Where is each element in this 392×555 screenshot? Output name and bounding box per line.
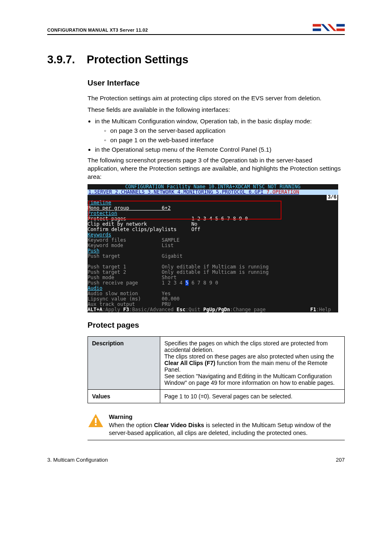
subheading-protect: Protect pages bbox=[88, 321, 345, 330]
term-section: Audio bbox=[88, 285, 102, 291]
list-item-text: in the Multicam Configuration window, Op… bbox=[95, 118, 312, 125]
subheading-ui: User Interface bbox=[88, 79, 345, 88]
term-row: Clip edit by network No bbox=[88, 221, 197, 227]
term-row: Push receive page 1 2 3 4 5 6 7 8 9 0 bbox=[88, 280, 218, 286]
table-row: Values Page 1 to 10 (=0). Several pages … bbox=[88, 390, 345, 403]
text: The clips stored on these pages are also… bbox=[164, 353, 334, 360]
paragraph: These fields are available in the follow… bbox=[88, 106, 345, 114]
footer-left: 3. Multicam Configuration bbox=[47, 457, 108, 463]
list-item-text: in the Operational setup menu of the Rem… bbox=[95, 146, 271, 153]
doc-title: CONFIGURATION MANUAL XT3 Server 11.02 bbox=[47, 28, 148, 32]
term-page-indicator: 3/6 bbox=[327, 195, 337, 200]
section-heading: 3.9.7.Protection Settings bbox=[47, 53, 345, 66]
evs-logo bbox=[313, 23, 345, 32]
footer-page-number: 207 bbox=[336, 457, 345, 463]
term-row: Mono per group 6+2 bbox=[88, 205, 171, 211]
list-item-text: on page 1 on the web-based interface bbox=[110, 136, 214, 143]
term-row: Keyword mode List bbox=[88, 243, 174, 248]
term-row: Push mode Short bbox=[88, 275, 177, 280]
table-header: Description bbox=[88, 337, 160, 390]
table-cell: Page 1 to 10 (=0). Several pages can be … bbox=[160, 390, 345, 403]
definition-table: Description Specifies the pages on which… bbox=[88, 336, 345, 403]
term-section: Push bbox=[88, 248, 99, 254]
paragraph: The following screenshot presents page 3… bbox=[88, 156, 345, 181]
term-row: Push target Gigabit bbox=[88, 253, 182, 259]
section-number: 3.9.7. bbox=[47, 53, 87, 66]
paragraph: The Protection settings aim at protectin… bbox=[88, 94, 345, 102]
warning-title: Warning bbox=[109, 414, 132, 420]
term-menu: 1.SERVER 2.CHANNELS 3.NETWORK 4.MONITORI… bbox=[88, 190, 338, 195]
bullet-list: in the Multicam Configuration window, Op… bbox=[88, 118, 345, 153]
term-row: Keyword files SAMPLE bbox=[88, 237, 180, 243]
term-section: Timeline bbox=[88, 200, 111, 206]
term-row: Aux track output PRU bbox=[88, 301, 171, 307]
terminal-screenshot: 3/6 CONFIGURATION Facility Name 10.INTRA… bbox=[88, 184, 338, 312]
term-row: Protect pages 1 2 3 4 5 6 7 8 9 0 bbox=[88, 216, 248, 222]
page-header: CONFIGURATION MANUAL XT3 Server 11.02 bbox=[47, 23, 345, 35]
text: Specifies the pages on which the clips s… bbox=[164, 340, 328, 353]
svg-rect-1 bbox=[313, 28, 321, 31]
term-section: Keywords bbox=[88, 232, 111, 238]
term-row: Push target 2 Only editable if Multicam … bbox=[88, 269, 269, 275]
sub-list: on page 3 on the server-based applicatio… bbox=[104, 127, 345, 143]
term-row: Confirm delete clips/playlists Off bbox=[88, 227, 201, 232]
list-item: in the Multicam Configuration window, Op… bbox=[95, 118, 345, 143]
list-item-text: on page 3 on the server-based applicatio… bbox=[110, 127, 225, 134]
page-footer: 3. Multicam Configuration 207 bbox=[47, 457, 345, 463]
warning-block: Warning When the option Clear Video Disk… bbox=[88, 413, 345, 437]
term-menu-active: 7.OPERATION bbox=[266, 189, 299, 195]
svg-rect-5 bbox=[95, 418, 97, 423]
term-row: Audio slow motion Yes bbox=[88, 291, 171, 296]
term-footer: ALT+A:Apply F3:Basic/Advanced Esc:Quit P… bbox=[88, 307, 331, 312]
svg-rect-3 bbox=[337, 28, 345, 31]
term-row: Lipsync value (ms) 00.000 bbox=[88, 296, 180, 302]
section-title: Protection Settings bbox=[87, 53, 189, 66]
text-bold: Clear Video Disks bbox=[154, 422, 204, 428]
table-cell: Specifies the pages on which the clips s… bbox=[160, 337, 345, 390]
list-item: in the Operational setup menu of the Rem… bbox=[95, 146, 345, 153]
svg-rect-6 bbox=[95, 424, 97, 426]
svg-rect-2 bbox=[337, 24, 345, 26]
text: See section "Navigating and Editing in t… bbox=[164, 373, 334, 386]
table-header: Values bbox=[88, 390, 160, 403]
term-menu-items: 1.SERVER 2.CHANNELS 3.NETWORK 4.MONITORI… bbox=[88, 189, 266, 195]
divider bbox=[88, 440, 345, 440]
svg-rect-0 bbox=[313, 24, 321, 26]
list-item: on page 1 on the web-based interface bbox=[104, 136, 345, 143]
term-section: Protection bbox=[88, 210, 117, 216]
table-row: Description Specifies the pages on which… bbox=[88, 337, 345, 390]
warning-icon bbox=[88, 413, 104, 428]
text: When the option bbox=[109, 422, 154, 428]
term-row: Push target 1 Only editable if Multicam … bbox=[88, 264, 269, 270]
text-bold: Clear All Clips (F7) bbox=[164, 360, 215, 366]
list-item: on page 3 on the server-based applicatio… bbox=[104, 127, 345, 134]
